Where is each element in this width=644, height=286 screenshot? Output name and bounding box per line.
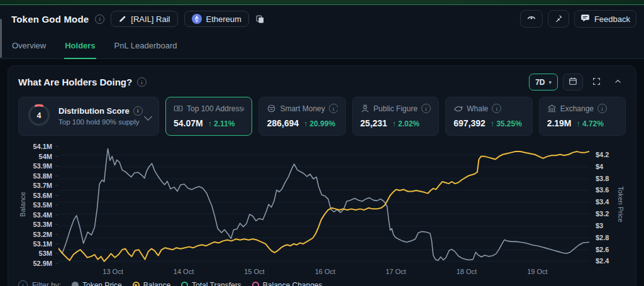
smart-money-icon [267, 104, 276, 113]
svg-text:4: 4 [37, 111, 42, 120]
tab-pnl-leaderboard[interactable]: PnL Leaderboard [114, 33, 178, 59]
filter-item-label: Balance [143, 281, 170, 286]
left-tick-label: 53.5M [33, 201, 52, 209]
stat-cards: 4Distribution ScoreiTop 100 hold 90% sup… [18, 97, 626, 136]
feedback-icon [580, 13, 590, 25]
timeframe-select[interactable]: 7D ▾ [529, 74, 558, 91]
info-icon[interactable]: i [137, 77, 147, 87]
card-value: 25,231 [360, 118, 387, 128]
right-tick-label: $3.6 [596, 186, 609, 194]
filter-total-transfers[interactable]: Total Transfers [181, 281, 242, 286]
pin-icon [554, 14, 563, 25]
card-title: Exchange [560, 104, 594, 113]
filter-item-label: Token Price [82, 281, 122, 286]
public-figure-icon [360, 104, 370, 113]
balance-changes-radio-icon [252, 282, 259, 286]
right-tick-label: $2.4 [596, 257, 609, 265]
token-price-radio-icon [72, 282, 79, 286]
info-icon[interactable]: i [329, 104, 338, 113]
score-gauge: 4 [26, 102, 52, 130]
x-axis-labels: 13 Oct14 Oct15 Oct16 Oct17 Oct18 Oct19 O… [58, 265, 589, 276]
right-axis-title: Token Price [616, 143, 626, 265]
feedback-button[interactable]: Feedback [574, 10, 636, 28]
copy-icon[interactable] [255, 14, 265, 24]
whale-card[interactable]: Whalei697,392↑ 35.25% [445, 97, 532, 136]
card-change: ↑ 4.72% [577, 119, 604, 128]
card-title: Top 100 Addresses [187, 104, 244, 113]
token-price-line [58, 148, 589, 260]
banknote-icon [174, 104, 183, 113]
pin-button[interactable] [548, 10, 569, 28]
right-axis-ticks: $4.2$4$3.8$3.6$3.4$3.2$3$2.8$2.6$2.4 [589, 143, 616, 265]
card-title: Whale [467, 104, 488, 113]
scrollbar-thumb[interactable] [0, 19, 2, 58]
ethereum-icon [192, 14, 202, 24]
filter-row: i Filter by: Token PriceBalanceTotal Tra… [18, 280, 626, 286]
x-tick-label: 19 Oct [527, 268, 547, 275]
tab-overview[interactable]: Overview [11, 33, 47, 59]
right-tick-label: $3.4 [596, 198, 609, 206]
calendar-icon [569, 77, 577, 88]
watch-button[interactable] [520, 10, 543, 28]
right-tick-label: $4.2 [596, 151, 609, 158]
x-tick-label: 15 Oct [244, 268, 264, 275]
smart-money-card[interactable]: Smart Moneyi286,694↑ 20.99% [258, 97, 345, 136]
distribution-score-card[interactable]: 4Distribution ScoreiTop 100 hold 90% sup… [18, 97, 159, 136]
tab-holders[interactable]: Holders [64, 33, 96, 59]
x-tick-label: 16 Oct [315, 268, 335, 275]
right-tick-label: $2.6 [596, 246, 609, 253]
expand-icon [592, 77, 601, 88]
right-tick-label: $3 [596, 222, 603, 229]
chevron-down-icon[interactable] [144, 113, 152, 121]
card-change: ↑ 35.25% [491, 119, 522, 128]
token-pill[interactable]: [RAIL] Rail [111, 11, 177, 27]
card-change: ↑ 20.99% [304, 119, 335, 128]
left-tick-label: 53.7M [33, 182, 52, 189]
chart-plot-area[interactable] [58, 143, 589, 265]
info-icon[interactable]: i [597, 104, 607, 113]
card-value: 286,694 [267, 118, 299, 128]
left-tick-label: 53.1M [33, 240, 52, 248]
left-axis-ticks: 54.1M54M53.9M53.8M53.7M53.6M53.5M53.4M53… [27, 143, 58, 265]
filter-label: Filter by: [32, 281, 61, 286]
left-tick-label: 53.3M [33, 221, 52, 228]
collapse-button[interactable] [609, 75, 626, 90]
balance-radio-icon [133, 282, 140, 286]
exchange-card[interactable]: Exchangei2.19M↑ 4.72% [539, 97, 626, 136]
card-value: 697,392 [453, 118, 486, 128]
feedback-label: Feedback [594, 14, 630, 24]
left-tick-label: 53.9M [33, 162, 52, 170]
public-figure-card[interactable]: Public Figurei25,231↑ 2.02% [352, 97, 439, 136]
card-title: Smart Money [280, 104, 325, 113]
chain-pill[interactable]: Ethereum [184, 11, 249, 27]
info-icon[interactable]: i [95, 14, 104, 24]
right-tick-label: $3.2 [596, 210, 609, 217]
filter-balance-changes[interactable]: Balance Changes [252, 281, 323, 286]
whale-icon [453, 104, 463, 113]
score-title: Distribution Score [58, 106, 130, 116]
left-tick-label: 53.4M [33, 211, 52, 219]
holders-panel: What Are Holders Doing? i 7D ▾ [8, 65, 636, 286]
left-tick-label: 54M [39, 153, 52, 160]
eye-icon [526, 13, 536, 25]
info-icon[interactable]: i [133, 106, 143, 116]
x-tick-label: 17 Oct [386, 268, 406, 275]
info-icon[interactable]: i [492, 104, 501, 113]
token-pill-label: [RAIL] Rail [131, 14, 170, 24]
filter-token-price[interactable]: Token Price [72, 281, 122, 286]
info-icon[interactable]: i [421, 104, 431, 113]
right-tick-label: $3.8 [596, 175, 609, 182]
caret-down-icon: ▾ [548, 79, 552, 85]
x-tick-label: 18 Oct [457, 268, 477, 275]
x-tick-label: 13 Oct [103, 268, 123, 275]
left-tick-label: 53.8M [33, 172, 52, 180]
left-tick-label: 53.2M [33, 231, 52, 238]
expand-button[interactable] [588, 75, 604, 90]
card-value: 54.07M [174, 118, 203, 128]
filter-item-label: Balance Changes [263, 281, 323, 286]
calendar-button[interactable] [563, 74, 583, 91]
card-value: 2.19M [547, 118, 572, 128]
filter-balance[interactable]: Balance [133, 281, 170, 286]
top-100-addresses-card[interactable]: Top 100 Addressesi54.07M↑ 2.11% [165, 97, 252, 136]
left-tick-label: 54.1M [33, 143, 52, 150]
